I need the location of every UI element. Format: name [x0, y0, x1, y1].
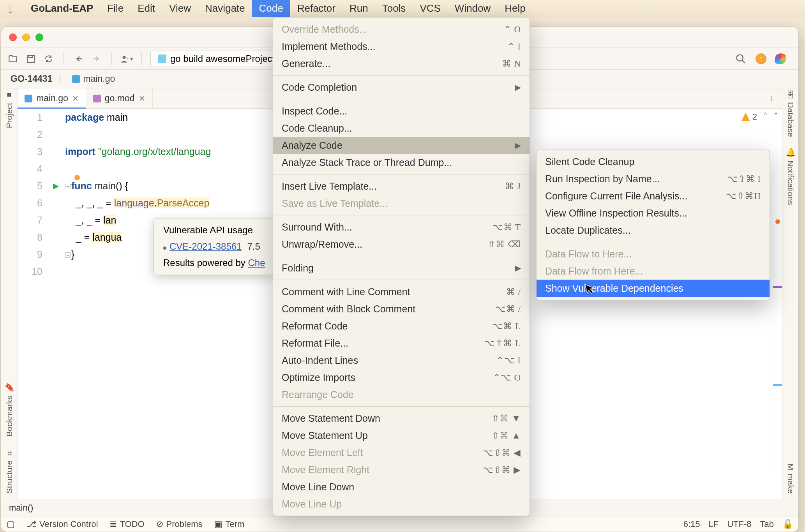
close-icon[interactable]: ✕ — [72, 94, 79, 103]
forward-icon[interactable] — [90, 53, 103, 65]
tooltip-title: Vulnerable API usage — [163, 225, 265, 236]
menu-item[interactable]: Comment with Block Comment⌥⌘ / — [273, 300, 530, 317]
tool-vcs[interactable]: ⎇ Version Control — [26, 519, 98, 529]
tooltip-footer: Results powered by — [163, 257, 248, 268]
menu-item: Save as Live Template... — [273, 195, 530, 212]
menu-item[interactable]: Comment with Line Comment⌘ / — [273, 283, 530, 300]
close-icon[interactable]: ✕ — [139, 94, 145, 103]
menu-item[interactable]: Run Inspection by Name...⌥⇧⌘ I — [537, 170, 770, 187]
refresh-icon[interactable] — [42, 53, 55, 65]
menu-item[interactable]: Move Statement Up⇧⌘ ▲ — [273, 427, 530, 444]
bottom-toggle[interactable]: ▢ — [7, 519, 15, 529]
tool-notifications[interactable]: 🔔 Notifications — [786, 147, 795, 205]
menu-item[interactable]: Insert Live Template...⌘ J — [273, 178, 530, 195]
menu-item[interactable]: Silent Code Cleanup — [537, 153, 770, 170]
tab-go-mod[interactable]: go.mod ✕ — [86, 88, 153, 108]
next-highlight[interactable]: ˅ — [774, 112, 778, 122]
go-file-icon — [72, 75, 80, 83]
user-icon[interactable]: +▾ — [120, 53, 133, 65]
svg-text:+: + — [126, 56, 129, 60]
status-indent[interactable]: Tab — [760, 519, 774, 529]
menu-item: Rearrange Code — [273, 386, 530, 403]
menu-item: Move Element Right⌥⇧⌘ ▶ — [273, 461, 530, 478]
menu-app[interactable]: GoLand-EAP — [24, 0, 100, 17]
search-icon[interactable] — [734, 53, 747, 65]
back-icon[interactable] — [72, 53, 85, 65]
tool-terminal[interactable]: ▣ Term — [214, 519, 245, 529]
breadcrumb-project[interactable]: GO-14431 — [7, 72, 55, 86]
menu-item[interactable]: Move Statement Down⇧⌘ ▼ — [273, 410, 530, 427]
prev-highlight[interactable]: ˄ — [763, 112, 768, 122]
readonly-icon[interactable]: 🔓 — [782, 519, 793, 529]
menu-item[interactable]: Analyze Code▶ — [273, 137, 530, 154]
menu-item[interactable]: Reformat File...⌥⇧⌘ L — [273, 335, 530, 352]
menu-window[interactable]: Window — [448, 0, 498, 17]
status-charset[interactable]: UTF-8 — [727, 519, 751, 529]
menu-item[interactable]: Surround With...⌥⌘ T — [273, 218, 530, 236]
cve-score: 7.5 — [247, 241, 260, 252]
menu-item[interactable]: Implement Methods...⌃ I — [273, 38, 530, 55]
menu-item[interactable]: Reformat Code⌥⌘ L — [273, 317, 530, 335]
menu-item[interactable]: Code Completion▶ — [273, 79, 530, 96]
tool-problems[interactable]: ⊘ Problems — [156, 519, 203, 529]
window-maximize-button[interactable] — [35, 33, 43, 41]
apple-icon[interactable]:  — [9, 2, 13, 15]
menu-item[interactable]: Show Vulnerable Dependencies — [537, 280, 770, 297]
menu-item: Override Methods...⌃ O — [273, 21, 530, 38]
save-icon[interactable] — [25, 53, 37, 65]
menu-navigate[interactable]: Navigate — [198, 0, 252, 17]
menu-item[interactable]: Code Cleanup... — [273, 120, 530, 137]
warning-badge[interactable]: 2 — [741, 112, 757, 122]
tooltip-footer-link[interactable]: Che — [248, 257, 265, 268]
menu-edit[interactable]: Edit — [131, 0, 162, 17]
open-icon[interactable] — [7, 53, 19, 65]
tool-todo[interactable]: ≣ TODO — [109, 519, 144, 529]
tool-project[interactable]: Project■ — [5, 91, 14, 128]
gopher-icon — [158, 55, 166, 63]
right-tool-stripe: 🗄 Database 🔔 Notifications M make — [782, 88, 798, 499]
menu-tools[interactable]: Tools — [375, 0, 413, 17]
menu-help[interactable]: Help — [498, 0, 532, 17]
menu-item[interactable]: Folding▶ — [273, 259, 530, 277]
menu-item[interactable]: Auto-Indent Lines⌃⌥ I — [273, 352, 530, 369]
svg-point-1 — [123, 56, 126, 59]
menu-file[interactable]: File — [100, 0, 131, 17]
menu-item: Move Element Left⌥⇧⌘ ◀ — [273, 444, 530, 461]
tool-database[interactable]: 🗄 Database — [786, 91, 795, 137]
run-icon[interactable]: ▶ — [48, 177, 64, 194]
menu-item[interactable]: Optimize Imports⌃⌥ O — [273, 369, 530, 386]
window-minimize-button[interactable] — [22, 33, 30, 41]
window-close-button[interactable] — [9, 33, 17, 41]
menu-view[interactable]: View — [162, 0, 198, 17]
left-tool-stripe: Project■ Bookmarks🔖 Structure⌗ — [1, 88, 18, 499]
menu-item[interactable]: Inspect Code... — [273, 102, 530, 120]
run-configuration-selector[interactable]: go build awesomeProject — [150, 51, 283, 67]
menu-item[interactable]: Generate...⌘ N — [273, 55, 530, 72]
menu-item[interactable]: Unwrap/Remove...⇧⌘ ⌫ — [273, 236, 530, 253]
status-caret[interactable]: 6:15 — [683, 519, 700, 529]
menu-item[interactable]: Analyze Stack Trace or Thread Dump... — [273, 154, 530, 171]
menu-vcs[interactable]: VCS — [413, 0, 447, 17]
menu-run[interactable]: Run — [342, 0, 375, 17]
tabs-more[interactable]: ⋮ — [762, 88, 782, 108]
menu-item[interactable]: Move Line Down — [273, 478, 530, 495]
macos-menu-bar:  GoLand-EAP File Edit View Navigate Cod… — [0, 0, 805, 17]
tab-main-go[interactable]: main.go ✕ — [18, 88, 86, 108]
tool-make[interactable]: M make — [786, 463, 795, 493]
analyze-code-submenu: Silent Code CleanupRun Inspection by Nam… — [536, 150, 770, 300]
cve-link[interactable]: CVE-2021-38561 — [169, 241, 242, 252]
breadcrumb-file[interactable]: main.go — [69, 72, 118, 86]
menu-item[interactable]: View Offline Inspection Results... — [537, 204, 770, 222]
code-menu: Override Methods...⌃ OImplement Methods.… — [273, 17, 530, 516]
svg-rect-0 — [27, 55, 34, 62]
menu-refactor[interactable]: Refactor — [290, 0, 342, 17]
status-eol[interactable]: LF — [709, 519, 719, 529]
menu-item[interactable]: Configure Current File Analysis...⌥⇧⌘H — [537, 187, 770, 204]
menu-code[interactable]: Code — [252, 0, 290, 17]
error-stripe[interactable] — [773, 210, 782, 465]
ide-updates-icon[interactable]: ↑ — [756, 53, 766, 64]
tool-structure[interactable]: Structure⌗ — [5, 449, 14, 493]
jetbrains-icon[interactable] — [774, 52, 787, 65]
tool-bookmarks[interactable]: Bookmarks🔖 — [5, 382, 14, 437]
menu-item[interactable]: Locate Duplicates... — [537, 222, 770, 239]
